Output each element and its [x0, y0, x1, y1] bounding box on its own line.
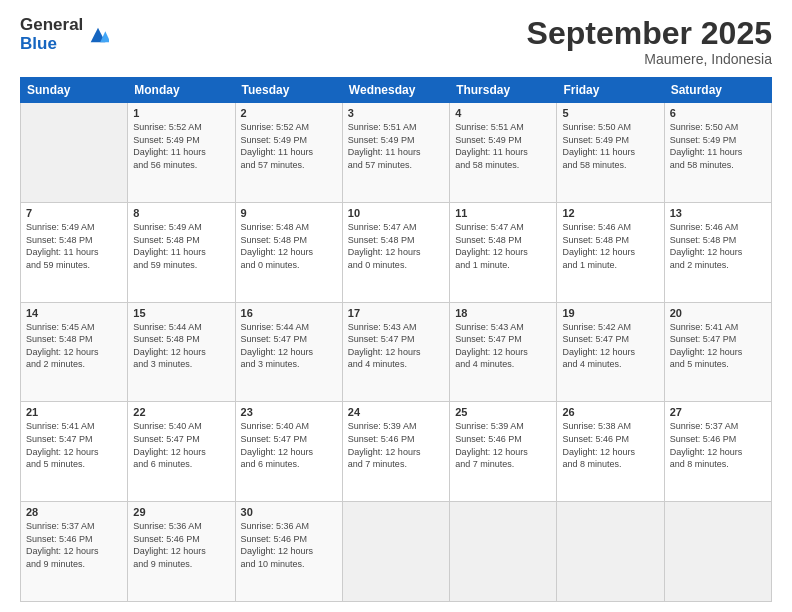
- day-number: 1: [133, 107, 229, 119]
- day-info: Sunrise: 5:37 AMSunset: 5:46 PMDaylight:…: [26, 520, 122, 570]
- day-number: 28: [26, 506, 122, 518]
- cell-1-6: 13Sunrise: 5:46 AMSunset: 5:48 PMDayligh…: [664, 202, 771, 302]
- day-info: Sunrise: 5:50 AMSunset: 5:49 PMDaylight:…: [562, 121, 658, 171]
- cell-2-4: 18Sunrise: 5:43 AMSunset: 5:47 PMDayligh…: [450, 302, 557, 402]
- logo: General Blue: [20, 16, 109, 53]
- cell-2-1: 15Sunrise: 5:44 AMSunset: 5:48 PMDayligh…: [128, 302, 235, 402]
- week-row-2: 14Sunrise: 5:45 AMSunset: 5:48 PMDayligh…: [21, 302, 772, 402]
- day-number: 20: [670, 307, 766, 319]
- day-number: 14: [26, 307, 122, 319]
- cell-1-1: 8Sunrise: 5:49 AMSunset: 5:48 PMDaylight…: [128, 202, 235, 302]
- day-info: Sunrise: 5:41 AMSunset: 5:47 PMDaylight:…: [26, 420, 122, 470]
- day-info: Sunrise: 5:40 AMSunset: 5:47 PMDaylight:…: [133, 420, 229, 470]
- day-number: 23: [241, 406, 337, 418]
- cell-0-6: 6Sunrise: 5:50 AMSunset: 5:49 PMDaylight…: [664, 103, 771, 203]
- day-info: Sunrise: 5:39 AMSunset: 5:46 PMDaylight:…: [455, 420, 551, 470]
- cell-3-5: 26Sunrise: 5:38 AMSunset: 5:46 PMDayligh…: [557, 402, 664, 502]
- cell-4-3: [342, 502, 449, 602]
- cell-1-3: 10Sunrise: 5:47 AMSunset: 5:48 PMDayligh…: [342, 202, 449, 302]
- day-info: Sunrise: 5:37 AMSunset: 5:46 PMDaylight:…: [670, 420, 766, 470]
- cell-4-5: [557, 502, 664, 602]
- logo-icon: [87, 24, 109, 46]
- cell-2-3: 17Sunrise: 5:43 AMSunset: 5:47 PMDayligh…: [342, 302, 449, 402]
- cell-0-0: [21, 103, 128, 203]
- day-number: 2: [241, 107, 337, 119]
- day-number: 22: [133, 406, 229, 418]
- day-info: Sunrise: 5:51 AMSunset: 5:49 PMDaylight:…: [348, 121, 444, 171]
- day-number: 16: [241, 307, 337, 319]
- col-friday: Friday: [557, 78, 664, 103]
- day-info: Sunrise: 5:47 AMSunset: 5:48 PMDaylight:…: [455, 221, 551, 271]
- header-row: Sunday Monday Tuesday Wednesday Thursday…: [21, 78, 772, 103]
- day-number: 27: [670, 406, 766, 418]
- week-row-3: 21Sunrise: 5:41 AMSunset: 5:47 PMDayligh…: [21, 402, 772, 502]
- cell-3-2: 23Sunrise: 5:40 AMSunset: 5:47 PMDayligh…: [235, 402, 342, 502]
- location: Maumere, Indonesia: [527, 51, 772, 67]
- col-thursday: Thursday: [450, 78, 557, 103]
- day-number: 26: [562, 406, 658, 418]
- cell-0-2: 2Sunrise: 5:52 AMSunset: 5:49 PMDaylight…: [235, 103, 342, 203]
- cell-1-5: 12Sunrise: 5:46 AMSunset: 5:48 PMDayligh…: [557, 202, 664, 302]
- cell-4-2: 30Sunrise: 5:36 AMSunset: 5:46 PMDayligh…: [235, 502, 342, 602]
- day-number: 5: [562, 107, 658, 119]
- day-number: 30: [241, 506, 337, 518]
- day-number: 15: [133, 307, 229, 319]
- cell-4-0: 28Sunrise: 5:37 AMSunset: 5:46 PMDayligh…: [21, 502, 128, 602]
- day-number: 9: [241, 207, 337, 219]
- cell-1-0: 7Sunrise: 5:49 AMSunset: 5:48 PMDaylight…: [21, 202, 128, 302]
- day-number: 6: [670, 107, 766, 119]
- cell-0-5: 5Sunrise: 5:50 AMSunset: 5:49 PMDaylight…: [557, 103, 664, 203]
- day-info: Sunrise: 5:38 AMSunset: 5:46 PMDaylight:…: [562, 420, 658, 470]
- day-info: Sunrise: 5:44 AMSunset: 5:48 PMDaylight:…: [133, 321, 229, 371]
- cell-0-3: 3Sunrise: 5:51 AMSunset: 5:49 PMDaylight…: [342, 103, 449, 203]
- day-info: Sunrise: 5:41 AMSunset: 5:47 PMDaylight:…: [670, 321, 766, 371]
- page: General Blue September 2025 Maumere, Ind…: [0, 0, 792, 612]
- day-number: 3: [348, 107, 444, 119]
- day-number: 4: [455, 107, 551, 119]
- day-number: 21: [26, 406, 122, 418]
- cell-0-1: 1Sunrise: 5:52 AMSunset: 5:49 PMDaylight…: [128, 103, 235, 203]
- day-info: Sunrise: 5:49 AMSunset: 5:48 PMDaylight:…: [133, 221, 229, 271]
- col-tuesday: Tuesday: [235, 78, 342, 103]
- day-info: Sunrise: 5:46 AMSunset: 5:48 PMDaylight:…: [562, 221, 658, 271]
- day-info: Sunrise: 5:36 AMSunset: 5:46 PMDaylight:…: [133, 520, 229, 570]
- logo-blue-text: Blue: [20, 35, 83, 54]
- col-saturday: Saturday: [664, 78, 771, 103]
- day-info: Sunrise: 5:44 AMSunset: 5:47 PMDaylight:…: [241, 321, 337, 371]
- calendar-table: Sunday Monday Tuesday Wednesday Thursday…: [20, 77, 772, 602]
- col-monday: Monday: [128, 78, 235, 103]
- week-row-0: 1Sunrise: 5:52 AMSunset: 5:49 PMDaylight…: [21, 103, 772, 203]
- cell-3-4: 25Sunrise: 5:39 AMSunset: 5:46 PMDayligh…: [450, 402, 557, 502]
- cell-3-1: 22Sunrise: 5:40 AMSunset: 5:47 PMDayligh…: [128, 402, 235, 502]
- header: General Blue September 2025 Maumere, Ind…: [20, 16, 772, 67]
- day-info: Sunrise: 5:47 AMSunset: 5:48 PMDaylight:…: [348, 221, 444, 271]
- cell-4-1: 29Sunrise: 5:36 AMSunset: 5:46 PMDayligh…: [128, 502, 235, 602]
- day-info: Sunrise: 5:49 AMSunset: 5:48 PMDaylight:…: [26, 221, 122, 271]
- day-info: Sunrise: 5:46 AMSunset: 5:48 PMDaylight:…: [670, 221, 766, 271]
- day-number: 8: [133, 207, 229, 219]
- cell-4-4: [450, 502, 557, 602]
- day-info: Sunrise: 5:51 AMSunset: 5:49 PMDaylight:…: [455, 121, 551, 171]
- day-number: 18: [455, 307, 551, 319]
- day-info: Sunrise: 5:50 AMSunset: 5:49 PMDaylight:…: [670, 121, 766, 171]
- week-row-1: 7Sunrise: 5:49 AMSunset: 5:48 PMDaylight…: [21, 202, 772, 302]
- day-info: Sunrise: 5:43 AMSunset: 5:47 PMDaylight:…: [455, 321, 551, 371]
- day-number: 13: [670, 207, 766, 219]
- cell-4-6: [664, 502, 771, 602]
- col-sunday: Sunday: [21, 78, 128, 103]
- cell-3-6: 27Sunrise: 5:37 AMSunset: 5:46 PMDayligh…: [664, 402, 771, 502]
- day-number: 19: [562, 307, 658, 319]
- cell-2-0: 14Sunrise: 5:45 AMSunset: 5:48 PMDayligh…: [21, 302, 128, 402]
- cell-1-4: 11Sunrise: 5:47 AMSunset: 5:48 PMDayligh…: [450, 202, 557, 302]
- day-info: Sunrise: 5:52 AMSunset: 5:49 PMDaylight:…: [241, 121, 337, 171]
- day-info: Sunrise: 5:36 AMSunset: 5:46 PMDaylight:…: [241, 520, 337, 570]
- day-info: Sunrise: 5:43 AMSunset: 5:47 PMDaylight:…: [348, 321, 444, 371]
- cell-2-2: 16Sunrise: 5:44 AMSunset: 5:47 PMDayligh…: [235, 302, 342, 402]
- cell-3-0: 21Sunrise: 5:41 AMSunset: 5:47 PMDayligh…: [21, 402, 128, 502]
- day-number: 24: [348, 406, 444, 418]
- title-block: September 2025 Maumere, Indonesia: [527, 16, 772, 67]
- logo-general-text: General: [20, 16, 83, 35]
- cell-2-5: 19Sunrise: 5:42 AMSunset: 5:47 PMDayligh…: [557, 302, 664, 402]
- day-info: Sunrise: 5:42 AMSunset: 5:47 PMDaylight:…: [562, 321, 658, 371]
- day-info: Sunrise: 5:40 AMSunset: 5:47 PMDaylight:…: [241, 420, 337, 470]
